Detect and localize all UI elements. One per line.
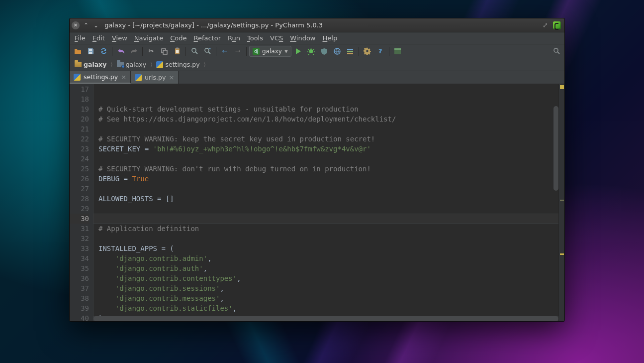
menu-view[interactable]: View (109, 34, 130, 42)
code-line[interactable] (98, 94, 558, 104)
line-number[interactable]: 17 (70, 84, 89, 94)
django-badge-icon: dj (253, 48, 260, 55)
redo-icon[interactable] (128, 46, 140, 57)
line-number[interactable]: 33 (70, 243, 89, 253)
code-line[interactable]: # Application definition (98, 224, 558, 234)
line-number[interactable]: 28 (70, 194, 89, 204)
menu-run[interactable]: Run (225, 34, 243, 42)
tab-close-icon[interactable]: × (169, 74, 174, 81)
vertical-scrollbar[interactable] (553, 106, 558, 191)
menu-navigate[interactable]: Navigate (131, 34, 166, 42)
tab-settings[interactable]: settings.py × (70, 71, 131, 84)
line-number[interactable]: 32 (70, 234, 89, 243)
code-editor[interactable]: 1718192021222324252627282930313233343536… (70, 84, 564, 321)
line-number[interactable]: 18 (70, 94, 89, 104)
code-line[interactable]: 'django.contrib.admin', (98, 253, 558, 263)
code-line[interactable]: SECRET_KEY = 'bh!#%6)oyz_+whph3e^hl%!obg… (98, 144, 558, 154)
code-line[interactable] (98, 124, 558, 134)
code-line[interactable]: ALLOWED_HOSTS = [] (98, 194, 558, 204)
debug-icon[interactable] (305, 46, 317, 57)
code-line[interactable]: # Quick-start development settings - uns… (98, 104, 558, 114)
tab-urls[interactable]: urls.py × (131, 71, 179, 84)
tab-close-icon[interactable]: × (121, 73, 126, 81)
line-number[interactable]: 35 (70, 263, 89, 273)
line-number[interactable]: 25 (70, 164, 89, 174)
code-line[interactable] (98, 154, 558, 164)
copy-icon[interactable] (158, 46, 170, 57)
line-number[interactable]: 39 (70, 303, 89, 313)
line-number[interactable]: 34 (70, 253, 89, 263)
paste-icon[interactable] (171, 46, 183, 57)
line-number[interactable]: 31 (70, 224, 89, 234)
undo-icon[interactable] (115, 46, 127, 57)
breadcrumb-root[interactable]: galaxy (73, 60, 108, 69)
line-number[interactable]: 20 (70, 114, 89, 124)
help-icon[interactable]: ? (374, 46, 386, 57)
menu-code[interactable]: Code (167, 34, 189, 42)
menu-tools[interactable]: Tools (244, 34, 266, 42)
nav-forward-icon[interactable]: → (232, 46, 244, 57)
settings-icon[interactable] (362, 46, 373, 57)
line-number[interactable]: 40 (70, 313, 89, 321)
line-number[interactable]: 19 (70, 104, 89, 114)
replace-icon[interactable] (201, 46, 213, 57)
breadcrumb-pkg[interactable]: galaxy (115, 60, 149, 69)
breadcrumb-file[interactable]: settings.py (154, 60, 201, 69)
line-number[interactable]: 30 (70, 214, 89, 224)
analysis-status-icon[interactable] (560, 85, 564, 89)
open-icon[interactable] (72, 46, 84, 57)
presentation-mode-icon[interactable]: ⤢ (541, 21, 550, 30)
code-line[interactable]: 'django.contrib.sessions', (98, 283, 558, 293)
titlebar: ✕ ⌃ ⌄ galaxy - [~/projects/galaxy] - ...… (70, 18, 564, 32)
window-shade-up-button[interactable]: ⌃ (83, 22, 90, 29)
line-number-gutter[interactable]: 1718192021222324252627282930313233343536… (70, 84, 93, 321)
code-line[interactable]: 'django.contrib.auth', (98, 263, 558, 273)
menu-edit[interactable]: Edit (90, 34, 108, 42)
code-area[interactable]: # Quick-start development settings - uns… (93, 84, 558, 321)
sync-icon[interactable] (97, 46, 109, 57)
cut-icon[interactable]: ✂ (145, 46, 157, 57)
code-line[interactable] (98, 84, 558, 94)
code-line[interactable]: 'django.contrib.contenttypes', (98, 273, 558, 283)
python-console-icon[interactable] (392, 46, 404, 57)
window-close-button[interactable]: ✕ (72, 21, 80, 29)
line-number[interactable]: 22 (70, 134, 89, 144)
code-line[interactable]: # See https://docs.djangoproject.com/en/… (98, 114, 558, 124)
line-number[interactable]: 36 (70, 273, 89, 283)
code-line[interactable]: # SECURITY WARNING: keep the secret key … (98, 134, 558, 144)
coverage-icon[interactable] (318, 46, 330, 57)
window-shade-down-button[interactable]: ⌄ (92, 22, 99, 29)
code-line[interactable]: 'django.contrib.staticfiles', (98, 303, 558, 313)
line-number[interactable]: 37 (70, 283, 89, 293)
nav-back-icon[interactable]: ← (219, 46, 231, 57)
menu-window[interactable]: Window (287, 34, 318, 42)
line-number[interactable]: 27 (70, 184, 89, 194)
error-stripe[interactable] (558, 84, 564, 321)
svg-point-8 (205, 48, 209, 52)
run-config-selector[interactable]: dj galaxy ▼ (249, 46, 291, 57)
menu-refactor[interactable]: Refactor (190, 34, 224, 42)
find-icon[interactable] (188, 46, 200, 57)
save-icon[interactable] (85, 46, 96, 57)
code-line[interactable] (98, 234, 558, 243)
menu-help[interactable]: Help (320, 34, 341, 42)
code-line[interactable]: # SECURITY WARNING: don't run with debug… (98, 164, 558, 174)
line-number[interactable]: 24 (70, 154, 89, 164)
browser-icon[interactable] (331, 46, 343, 57)
code-line[interactable]: 'django.contrib.messages', (98, 293, 558, 303)
line-number[interactable]: 26 (70, 174, 89, 184)
code-line[interactable]: INSTALLED_APPS = ( (98, 243, 558, 253)
tasks-icon[interactable] (344, 46, 356, 57)
code-line[interactable] (98, 204, 558, 214)
code-line[interactable] (98, 184, 558, 194)
line-number[interactable]: 23 (70, 144, 89, 154)
horizontal-scrollbar[interactable] (93, 316, 558, 321)
line-number[interactable]: 38 (70, 293, 89, 303)
search-everywhere-icon[interactable] (551, 46, 562, 57)
line-number[interactable]: 29 (70, 204, 89, 214)
menu-file[interactable]: File (72, 34, 89, 42)
line-number[interactable]: 21 (70, 124, 89, 134)
code-line[interactable]: DEBUG = True (98, 174, 558, 184)
run-icon[interactable] (292, 46, 304, 57)
menu-vcs[interactable]: VCS (267, 34, 286, 42)
